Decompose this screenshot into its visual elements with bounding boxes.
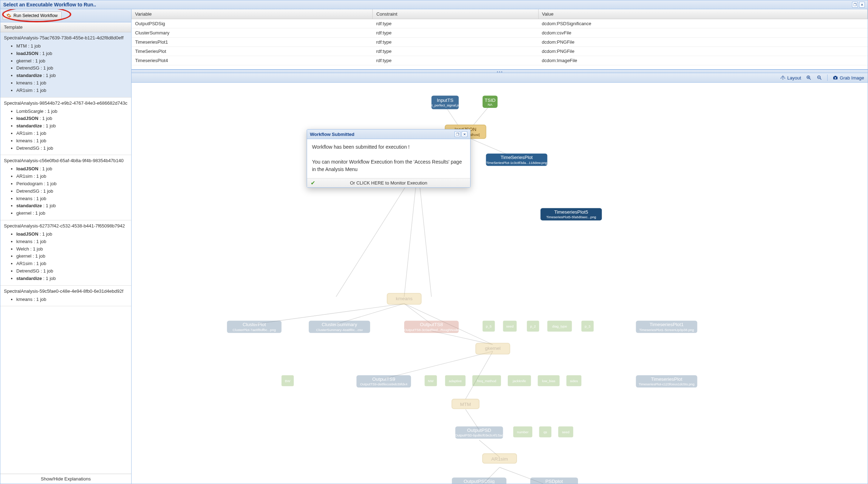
toolbar-divider (827, 75, 828, 81)
svg-text:BW: BW (285, 379, 290, 383)
svg-text:OutputTS9: OutputTS9 (372, 376, 395, 382)
svg-text:p_2: p_2 (530, 324, 536, 328)
zoom-in-icon[interactable] (806, 75, 812, 81)
table-row[interactable]: OutputPSDSigrdf:typedcdom:PSDSignificanc… (132, 19, 868, 28)
job-item: loadJSON : 1 job (16, 165, 128, 173)
table-cell: rdf:type (373, 38, 538, 47)
svg-text:kmeans: kmeans (396, 296, 412, 301)
zoom-out-icon[interactable] (817, 75, 822, 81)
node-timeseriesplot[interactable]: TimeSeriesPlot TimeSeriesPlot-1c3c8f3da.… (486, 154, 547, 166)
table-header[interactable]: Value (538, 9, 867, 19)
svg-text:OutputPSD-bpd6cf03e2c4f1Sac: OutputPSD-bpd6cf03e2c4f1Sac (455, 434, 503, 438)
dialog-footer: ✔ Or CLICK HERE to Monitor Execution (307, 178, 470, 187)
svg-text:MTM: MTM (460, 402, 471, 407)
svg-text:jackknife: jackknife (512, 379, 526, 383)
gear-icon (6, 13, 11, 18)
job-item: Periodogram : 1 job (16, 180, 128, 188)
template-name: SpectralAnalysis-59c5fae0-c48e-4e94-8fb0… (4, 288, 128, 294)
template-item[interactable]: SpectralAnalysis-59c5fae0-c48e-4e94-8fb0… (0, 286, 131, 307)
job-item: standardize : 1 job (16, 202, 128, 210)
node-inputts[interactable]: InputTS test_perfect_signal.json (427, 95, 463, 109)
job-item: kmeans : 1 job (16, 137, 128, 145)
dialog-body: Workflow has been submitted for executio… (307, 139, 470, 178)
right-panel: VariableConstraintValue OutputPSDSigrdf:… (132, 9, 868, 484)
workflow-canvas[interactable]: InputTS test_perfect_signal.json TSID NA… (132, 83, 868, 484)
table-header[interactable]: Variable (132, 9, 373, 19)
left-panel: Run Selected Workflow Template SpectralA… (0, 9, 132, 484)
table-header[interactable]: Constraint (373, 9, 538, 19)
dialog-close-button[interactable]: ✕ (462, 131, 467, 137)
table-cell: rdf:type (373, 28, 538, 38)
table-cell: TimeSeriesPlot (132, 47, 373, 56)
splitter-handle[interactable]: ▴ ▴ ▴ (132, 70, 868, 73)
run-selected-workflow-button[interactable]: Run Selected Workflow (2, 11, 62, 20)
svg-text:TSID: TSID (485, 98, 496, 103)
job-list: LombScargle : 1 jobloadJSON : 1 jobstand… (4, 108, 128, 152)
canvas-toolbar: Layout Grab Image (132, 73, 868, 83)
svg-text:TimeseriesPlot5: TimeseriesPlot5 (554, 209, 588, 215)
job-item: Welch : 1 job (16, 246, 128, 253)
svg-text:TimeSeriesPlot-1c3c8f3da...118: TimeSeriesPlot-1c3c8f3da...118dew.png (486, 161, 547, 165)
node-timeseriesplot5[interactable]: TimeseriesPlot5 TimeseriesPlot5-5fa8d0ae… (540, 208, 602, 221)
job-item: standardize : 1 job (16, 72, 128, 79)
job-item: standardize : 1 job (16, 275, 128, 282)
maximize-button[interactable]: ❐ (852, 2, 858, 7)
table-row[interactable]: TimeseriesPlot1rdf:typedcdom:PNGFile (132, 38, 868, 47)
job-item: AR1sim : 1 job (16, 87, 128, 94)
template-name: SpectralAnalysis-98544b72-e9b2-4767-84e3… (4, 100, 128, 106)
svg-text:freq_method: freq_method (477, 379, 496, 383)
layout-icon (780, 75, 786, 81)
dialog-message-1: Workflow has been submitted for executio… (312, 143, 465, 151)
layout-button[interactable]: Layout (780, 75, 801, 81)
job-item: MTM : 1 job (16, 43, 128, 50)
table-row[interactable]: TimeseriesPlot4rdf:typedcdom:ImageFile (132, 56, 868, 65)
node-tsid[interactable]: TSID NA (483, 95, 497, 108)
svg-text:TimeseriesPlot1-ScreenUp3p38.p: TimeseriesPlot1-ScreenUp3p38.png (639, 328, 694, 332)
job-list: MTM : 1 jobloadJSON : 1 jobgkernel : 1 j… (4, 43, 128, 94)
table-row[interactable]: TimeSeriesPlotrdf:typedcdom:PNGFile (132, 47, 868, 56)
template-item[interactable]: SpectralAnalysis-98544b72-e9b2-4767-84e3… (0, 98, 131, 155)
table-cell: dcdom:csvFile (538, 28, 867, 38)
table-cell: dcdom:ImageFile (538, 56, 867, 65)
svg-line-11 (472, 106, 489, 126)
table-cell: ClusterSummary (132, 28, 373, 38)
dialog-maximize-button[interactable]: ❐ (455, 131, 460, 137)
job-item: loadJSON : 1 job (16, 115, 128, 122)
svg-text:NA: NA (488, 103, 493, 106)
svg-text:TimeseriesPlot: TimeseriesPlot (651, 376, 683, 382)
job-item: kmeans : 1 job (16, 195, 128, 203)
job-item: standardize : 1 job (16, 122, 128, 130)
template-item[interactable]: SpectralAnalysis-62737f42-c532-4538-b441… (0, 220, 131, 286)
table-cell: TimeseriesPlot4 (132, 56, 373, 65)
template-item[interactable]: SpectralAnalysis-c56e0fbd-65af-4b8a-9f4b… (0, 155, 131, 220)
svg-text:gkernel: gkernel (485, 346, 501, 351)
svg-text:p_5: p_5 (486, 324, 491, 328)
svg-text:low_bias: low_bias (542, 379, 556, 383)
table-cell: OutputPSDSig (132, 19, 373, 28)
grab-image-button[interactable]: Grab Image (833, 75, 864, 81)
table-row[interactable]: ClusterSummaryrdf:typedcdom:csvFile (132, 28, 868, 38)
template-list[interactable]: SpectralAnalysis-75ac7639-73b8-455e-b121… (0, 32, 131, 474)
window-title: Select an Executable Workflow to Run.. (3, 2, 96, 7)
table-cell: dcdom:PNGFile (538, 38, 867, 47)
job-item: gkernel : 1 job (16, 253, 128, 260)
run-button-label: Run Selected Workflow (13, 13, 58, 18)
svg-text:number: number (517, 430, 529, 434)
svg-text:TimeseriesPlot5-5fa8d0aec...pn: TimeseriesPlot5-5fa8d0aec...png (546, 215, 596, 219)
job-item: gkernel : 1 job (16, 57, 128, 65)
svg-text:diag_type: diag_type (552, 324, 567, 328)
template-item[interactable]: SpectralAnalysis-75ac7639-73b8-455e-b121… (0, 32, 131, 98)
show-hide-explanations-button[interactable]: Show/Hide Explanations (0, 474, 131, 484)
svg-text:qs: qs (544, 430, 547, 434)
svg-point-8 (835, 77, 836, 79)
close-button[interactable]: ✕ (859, 2, 865, 7)
dialog-message-2: You can monitor Workflow Execution from … (312, 158, 465, 173)
monitor-execution-link[interactable]: Or CLICK HERE to Monitor Execution (350, 180, 427, 186)
job-item: AR1sim : 1 job (16, 130, 128, 137)
window-controls: ❐ ✕ (852, 2, 865, 7)
svg-text:ClusterSummary: ClusterSummary (322, 322, 357, 327)
svg-text:TimeSeriesPlot: TimeSeriesPlot (501, 155, 533, 160)
job-item: DetrendSG : 1 job (16, 268, 128, 275)
svg-text:OutputTS8: OutputTS8 (420, 322, 443, 327)
workflow-graph: InputTS test_perfect_signal.json TSID NA… (132, 83, 868, 484)
